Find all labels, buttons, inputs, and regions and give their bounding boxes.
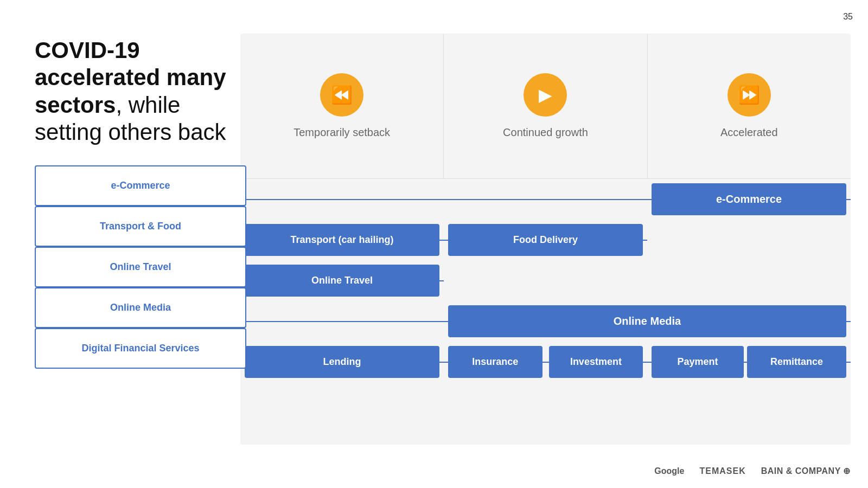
- col-header-setback: ⏪ Temporarily setback: [240, 34, 444, 178]
- google-logo: Google: [654, 466, 684, 476]
- row5: Lending Insurance Investment Payment Rem…: [240, 342, 851, 382]
- label-digital-financial: Digital Financial Services: [35, 328, 246, 369]
- label-online-travel: Online Travel: [35, 247, 246, 287]
- col-header-growth: ▶ Continued growth: [444, 34, 647, 178]
- footer-logos: Google TEMASEK BAIN & COMPANY ⊕: [654, 466, 851, 476]
- bain-logo: BAIN & COMPANY ⊕: [761, 466, 851, 476]
- row3: Online Travel: [240, 260, 851, 301]
- title-area: COVID-19 accelerated many sectors, while…: [35, 37, 246, 146]
- accelerated-label: Accelerated: [720, 126, 778, 139]
- row2: Transport (car hailing) Food Delivery: [240, 220, 851, 260]
- online-travel-block: Online Travel: [245, 265, 439, 297]
- main-grid: ⏪ Temporarily setback ▶ Continued growth…: [240, 34, 851, 445]
- col-header-accelerated: ⏩ Accelerated: [648, 34, 851, 178]
- investment-block: Investment: [549, 346, 643, 378]
- temasek-logo: TEMASEK: [699, 466, 745, 476]
- label-ecommerce: e-Commerce: [35, 165, 246, 206]
- lending-block: Lending: [245, 346, 439, 378]
- column-headers: ⏪ Temporarily setback ▶ Continued growth…: [240, 34, 851, 179]
- row1-connector: e-Commerce: [240, 179, 851, 220]
- growth-icon: ▶: [524, 73, 567, 117]
- growth-label: Continued growth: [503, 126, 588, 139]
- label-transport-food: Transport & Food: [35, 206, 246, 247]
- transport-car-block: Transport (car hailing): [245, 224, 439, 256]
- insurance-block: Insurance: [448, 346, 542, 378]
- setback-icon: ⏪: [320, 73, 363, 117]
- page-number: 35: [843, 12, 853, 22]
- accelerated-icon: ⏩: [727, 73, 771, 117]
- remittance-block: Remittance: [747, 346, 846, 378]
- ecommerce-accelerated-block: e-Commerce: [652, 183, 846, 215]
- row4: Online Media: [240, 301, 851, 342]
- setback-label: Temporarily setback: [293, 126, 390, 139]
- label-online-media: Online Media: [35, 287, 246, 328]
- online-media-block: Online Media: [448, 305, 846, 337]
- payment-block: Payment: [652, 346, 744, 378]
- food-delivery-block: Food Delivery: [448, 224, 643, 256]
